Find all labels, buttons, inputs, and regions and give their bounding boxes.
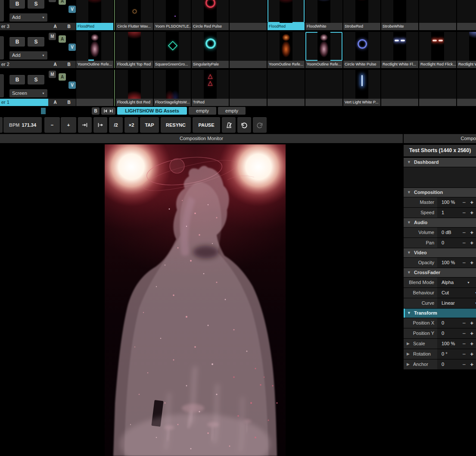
previous-deck-icon[interactable]: [103, 109, 108, 113]
decrement-button[interactable]: −: [462, 359, 466, 369]
layer-bypass-button[interactable]: B: [9, 0, 25, 9]
clip-cell[interactable]: [76, 70, 113, 106]
decrement-button[interactable]: −: [462, 258, 466, 268]
clip-cell[interactable]: [268, 70, 305, 106]
clip-thumbnail[interactable]: [76, 32, 113, 61]
param-value[interactable]: 0−+: [437, 359, 476, 369]
clip-cell[interactable]: [230, 32, 267, 68]
bpm-double-button[interactable]: ×2: [124, 117, 138, 133]
bpm-display[interactable]: BPM 171.34: [3, 117, 42, 133]
layer-master-toggle[interactable]: M: [49, 0, 56, 2]
redo-button[interactable]: [253, 117, 267, 133]
clip-label[interactable]: YoomOutline Refe...: [268, 61, 305, 68]
clip-label[interactable]: FloorStagelightsW...: [154, 99, 191, 106]
clip-thumbnail[interactable]: [154, 70, 191, 99]
clip-thumbnail[interactable]: [305, 0, 342, 23]
param-value[interactable]: 100 %−+: [437, 258, 476, 268]
clip-label[interactable]: Rectlight White Fl...: [381, 61, 418, 68]
decrement-button[interactable]: −: [462, 228, 466, 237]
nudge-forward-button[interactable]: [93, 117, 107, 133]
clip-cell[interactable]: [419, 70, 456, 106]
next-deck-icon[interactable]: [109, 109, 114, 113]
clip-thumbnail[interactable]: [76, 70, 113, 99]
clip-label[interactable]: Yoom PLSDONTLE...: [154, 23, 191, 30]
crossfader-b-button[interactable]: B: [67, 23, 70, 30]
layer-solo-button[interactable]: S: [28, 0, 44, 9]
clip-cell[interactable]: YoomOutline Refe...: [76, 32, 113, 68]
clip-thumbnail[interactable]: [230, 70, 267, 99]
clip-label[interactable]: SquareGreenGro...: [154, 61, 191, 68]
clip-thumbnail[interactable]: [305, 32, 342, 61]
clip-label[interactable]: [305, 99, 342, 106]
clip-label[interactable]: [457, 23, 476, 30]
decrement-button[interactable]: −: [462, 328, 466, 338]
clip-label[interactable]: [381, 99, 418, 106]
clip-cell[interactable]: SquareGreenGro...: [154, 32, 191, 68]
bpm-increase-button[interactable]: +: [61, 117, 76, 133]
layer-audio-toggle[interactable]: A: [59, 0, 66, 5]
decrement-button[interactable]: −: [462, 349, 466, 359]
clip-cell[interactable]: Vert Light White P...: [343, 70, 380, 106]
layer-name[interactable]: er 2: [0, 61, 48, 68]
clip-thumbnail[interactable]: [381, 70, 418, 99]
param-value[interactable]: 0 dB−+: [437, 228, 476, 237]
section-header-composition[interactable]: ▼Composition: [404, 188, 476, 197]
clip-label[interactable]: SingularityPale: [192, 61, 229, 68]
clip-label[interactable]: [419, 23, 456, 30]
clip-cell[interactable]: TriRed: [192, 70, 229, 106]
clip-cell[interactable]: Rectlight Red Flick...: [419, 32, 456, 68]
clip-thumbnail[interactable]: [381, 32, 418, 61]
clip-thumbnail[interactable]: [457, 32, 476, 61]
clip-label[interactable]: [230, 61, 267, 68]
clip-label[interactable]: Rectlight Wh: [457, 61, 476, 68]
clip-thumbnail[interactable]: [419, 0, 456, 23]
clip-cell[interactable]: FloodRed: [76, 0, 113, 30]
clip-cell[interactable]: FloodRed: [268, 0, 305, 30]
crossfader-a-button[interactable]: A: [53, 61, 56, 68]
layer-master-toggle[interactable]: M: [49, 33, 56, 40]
clip-label[interactable]: FloodWhite: [305, 23, 342, 30]
deck-tab-empty-2[interactable]: empty: [218, 107, 246, 115]
layer-video-toggle[interactable]: V: [68, 6, 76, 13]
clip-thumbnail[interactable]: [457, 0, 476, 23]
layer-solo-button[interactable]: S: [28, 37, 44, 47]
layer-blend-dropdown[interactable]: Add ▼: [9, 51, 47, 59]
bpm-half-button[interactable]: /2: [109, 117, 123, 133]
clip-cell[interactable]: StrobeRed: [343, 0, 380, 30]
clip-cell[interactable]: FloodWhite: [305, 0, 342, 30]
clip-cell[interactable]: SingularityPale: [192, 32, 229, 68]
layer-audio-toggle[interactable]: A: [59, 73, 66, 81]
nudge-back-button[interactable]: [78, 117, 92, 133]
param-value[interactable]: 1−+: [437, 208, 476, 218]
clip-cell[interactable]: Circle White Pulse: [343, 32, 380, 68]
clip-cell[interactable]: FloodLight Top Red: [116, 32, 153, 68]
clip-label[interactable]: Circle Red Pulse: [192, 23, 229, 30]
clip-cell[interactable]: YoomOutline Refe...: [268, 32, 305, 68]
clip-thumbnail[interactable]: [268, 70, 305, 99]
triangle-right-icon[interactable]: ▶: [407, 339, 410, 349]
decrement-button[interactable]: −: [462, 208, 466, 218]
clip-thumbnail[interactable]: [76, 0, 113, 23]
clip-label[interactable]: YoomOutline Refe...: [305, 61, 342, 68]
param-value[interactable]: Cut▼: [437, 288, 476, 298]
clip-thumbnail[interactable]: [343, 70, 380, 99]
crossfader-a-button[interactable]: A: [53, 23, 56, 30]
clip-label[interactable]: Circle Flutter Wav...: [116, 23, 153, 30]
clip-label[interactable]: FloodLight Bot Red: [116, 99, 153, 106]
layer-blend-dropdown[interactable]: Add ▼: [9, 13, 47, 22]
param-value[interactable]: 0−+: [437, 318, 476, 328]
clip-label[interactable]: FloodLight Top Red: [116, 61, 153, 68]
clip-thumbnail[interactable]: [192, 0, 229, 23]
clip-thumbnail[interactable]: [305, 70, 342, 99]
clip-cell[interactable]: [230, 0, 267, 30]
layer-bypass-button[interactable]: B: [9, 75, 25, 84]
tap-tempo-button[interactable]: TAP: [140, 117, 159, 133]
layer-name[interactable]: er 1: [0, 99, 48, 106]
clip-thumbnail[interactable]: [116, 0, 153, 23]
clip-label[interactable]: FloodRed: [268, 23, 305, 30]
clip-cell[interactable]: Circle Flutter Wav...: [116, 0, 153, 30]
layer-solo-button[interactable]: S: [28, 75, 44, 84]
clip-label[interactable]: [457, 99, 476, 106]
increment-button[interactable]: +: [470, 328, 473, 338]
pause-button[interactable]: PAUSE: [193, 117, 220, 133]
